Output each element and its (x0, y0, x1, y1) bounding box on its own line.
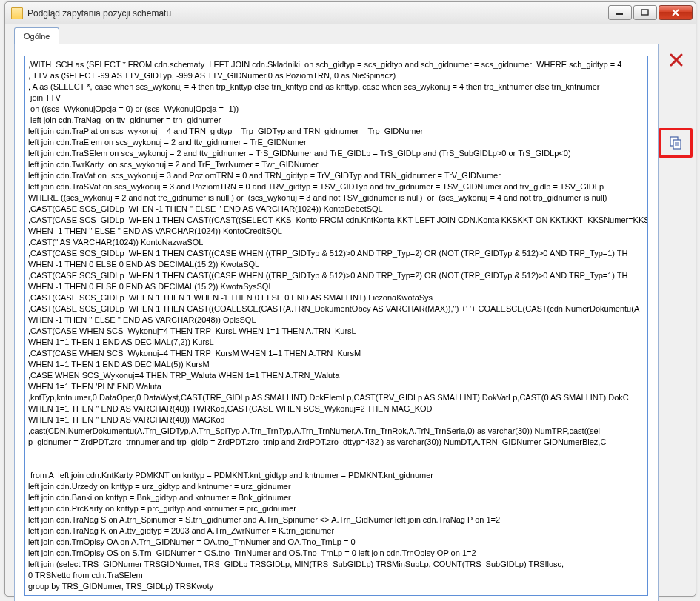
client-area: Ogólne ,WITH SCH as (SELECT * FROM cdn.s… (5, 24, 696, 596)
sql-line: WHEN -1 THEN '' ELSE '' END AS VARCHAR(1… (28, 226, 637, 237)
sql-line: left join cdn.TraNag S on A.trn_Spinumer… (28, 514, 637, 526)
sql-line: left join cdn.Banki on knttyp = Bnk_gidt… (28, 492, 637, 503)
sql-line: ,CAST(CASE SCS_GIDLp WHEN 1 THEN CAST((C… (28, 303, 637, 315)
sql-line: WHEN 1=1 THEN 1 END AS DECIMAL(5)) KursM (28, 359, 637, 370)
sql-line: WHEN 1=1 THEN 1 END AS DECIMAL(7,2)) Kur… (28, 337, 637, 348)
close-button[interactable] (659, 5, 693, 20)
sql-textbox-frame: ,WITH SCH as (SELECT * FROM cdn.schematy… (24, 56, 648, 596)
sql-line: left join cdn.TraVat on scs_wykonuj = 3 … (28, 170, 637, 181)
minimize-button[interactable] (608, 5, 632, 20)
window-title: Podgląd zapytania pozycji schematu (27, 8, 171, 19)
sql-line: ,CAST(CASE WHEN SCS_Wykonuj=4 THEN TRP_K… (28, 326, 637, 337)
sql-line: ,CAST(CASE SCS_GIDLp WHEN 1 THEN CAST((C… (28, 215, 637, 226)
sql-line: left join cdn.TrnOpisy OS on S.Trn_GIDNu… (28, 548, 637, 559)
sql-line: left join cdn.TwrKarty on scs_wykonuj = … (28, 159, 637, 170)
sql-line: on ((scs_WykonujOpcja = 0) or (scs_Wykon… (28, 104, 637, 115)
sql-line: group by TRS_GIDNumer, TRS_GIDLp) TRSKwo… (28, 581, 637, 592)
svg-rect-0 (616, 13, 623, 15)
window: Podgląd zapytania pozycji schematu Ogóln… (4, 1, 696, 597)
titlebar[interactable]: Podgląd zapytania pozycji schematu (5, 2, 696, 24)
copy-button[interactable] (665, 132, 686, 153)
sql-line: left join cdn.TraNag K on A.ttv_gidtyp =… (28, 526, 637, 537)
cancel-button[interactable] (666, 50, 687, 70)
sql-line: ,cast(CDN.NumerDokumentu(A.Trn_GIDTyp,A.… (28, 426, 637, 437)
sql-line: WHEN -1 THEN '' ELSE '' END AS VARCHAR(2… (28, 315, 637, 326)
sql-line: join TTV (28, 93, 637, 104)
app-icon (11, 7, 23, 19)
sql-line: left join cdn.TraElem on scs_wykonuj = 2… (28, 137, 637, 148)
minimize-icon (616, 9, 624, 16)
maximize-button[interactable] (633, 5, 657, 20)
sql-line: left join cdn.PrcKarty on knttyp = prc_g… (28, 503, 637, 514)
sql-line: left join cdn.TraSVat on scs_wykonuj = 3… (28, 181, 637, 192)
sql-line: ,CAST(CASE SCS_GIDLp WHEN -1 THEN '' ELS… (28, 204, 637, 215)
sql-line: , A as (SELECT *, case when scs_wykonuj … (28, 81, 637, 93)
sql-textbox[interactable]: ,WITH SCH as (SELECT * FROM cdn.schematy… (25, 56, 647, 595)
maximize-icon (641, 9, 650, 16)
sql-line (28, 448, 637, 459)
highlighted-copy-frame (659, 128, 693, 158)
sql-line: ,CAST('' AS VARCHAR(1024)) KontoNazwaSQL (28, 237, 637, 248)
sql-line: left join cdn.Urzedy on knttyp = urz_gid… (28, 481, 637, 492)
sql-line: , TTV as (SELECT -99 AS TTV_GIDTyp, -999… (28, 70, 637, 81)
copy-icon (668, 135, 683, 150)
sql-line: left join (select TRS_GIDNumer TRSGIDNum… (28, 559, 637, 570)
sql-line: left join cdn.TraSElem on scs_wykonuj = … (28, 148, 637, 159)
sql-line: left join cdn.TraPlat on scs_wykonuj = 4… (28, 126, 637, 137)
sql-line: p_gidnumer = ZrdPDT.zro_trnnumer and trp… (28, 437, 637, 448)
sql-line: 0 TRSNetto from cdn.TraSElem (28, 570, 637, 581)
sql-line: ,CAST(CASE SCS_GIDLp WHEN 1 THEN CAST((C… (28, 270, 637, 281)
tab-general[interactable]: Ogólne (14, 27, 59, 44)
sql-line: ,CASE WHEN SCS_Wykonuj=4 THEN TRP_Waluta… (28, 370, 637, 381)
sql-line: ,CAST(CASE SCS_GIDLp WHEN 1 THEN CAST((C… (28, 248, 637, 259)
sql-line (28, 459, 637, 470)
svg-rect-7 (673, 140, 681, 149)
close-icon (668, 52, 684, 68)
sql-line: left join cdn.TrnOpisy OA on A.Trn_GIDNu… (28, 537, 637, 548)
close-icon (670, 8, 681, 17)
sql-line: ,CAST(CASE SCS_GIDLp WHEN 1 THEN 1 WHEN … (28, 292, 637, 303)
sql-line: WHEN 1=1 THEN '' END AS VARCHAR(40)) MAG… (28, 414, 637, 426)
sql-line: from A left join cdn.KntKarty PDMKNT on … (28, 470, 637, 481)
sql-line: ,kntTyp,kntnumer,0 DataOper,0 DataWyst,C… (28, 392, 637, 403)
sql-line: ,WITH SCH as (SELECT * FROM cdn.schematy… (28, 59, 637, 70)
sql-line: WHERE ((scs_wykonuj = 2 and not tre_gidn… (28, 192, 637, 204)
sql-line: ,CAST(CASE WHEN SCS_Wykonuj=4 THEN TRP_K… (28, 348, 637, 359)
sql-line: WHEN 1=1 THEN 'PLN' END Waluta (28, 381, 637, 392)
sql-line: WHEN 1=1 THEN '' END AS VARCHAR(40)) TWR… (28, 403, 637, 414)
sql-line: WHEN -1 THEN 0 ELSE 0 END AS DECIMAL(15,… (28, 281, 637, 292)
svg-rect-1 (641, 10, 648, 15)
sql-line: WHEN -1 THEN 0 ELSE 0 END AS DECIMAL(15,… (28, 259, 637, 270)
sql-line: left join cdn.TraNag on ttv_gidnumer = t… (28, 115, 637, 126)
